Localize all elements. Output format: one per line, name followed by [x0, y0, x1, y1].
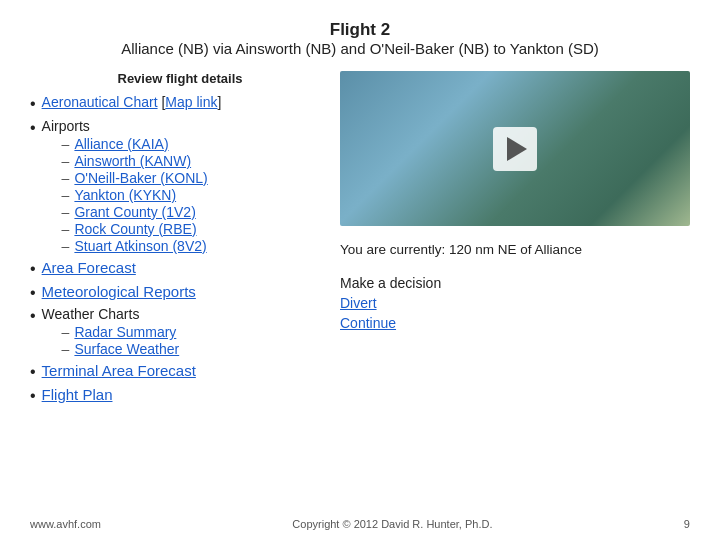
- list-item-met-reports: • Meteorological Reports: [30, 283, 330, 304]
- list-item-area-forecast: • Area Forecast: [30, 259, 330, 280]
- map-link-close: ]: [217, 94, 221, 110]
- alliance-link[interactable]: Alliance (KAIA): [74, 136, 168, 152]
- surface-weather-link[interactable]: Surface Weather: [74, 341, 179, 357]
- weather-charts-sublist: –Radar Summary –Surface Weather: [62, 324, 180, 357]
- content-area: Review flight details • Aeronautical Cha…: [30, 71, 690, 506]
- airport-item: –Stuart Atkinson (8V2): [62, 238, 208, 254]
- page-title: Flight 2: [30, 20, 690, 40]
- left-column: Review flight details • Aeronautical Cha…: [30, 71, 330, 506]
- airports-label: Airports: [42, 118, 90, 134]
- decision-label: Make a decision: [340, 275, 690, 291]
- footer-page-number: 9: [684, 518, 690, 530]
- bullet-icon: •: [30, 362, 36, 383]
- aeronautical-chart-link[interactable]: Aeronautical Chart: [42, 94, 158, 110]
- bullet-icon: •: [30, 259, 36, 280]
- footer-copyright: Copyright © 2012 David R. Hunter, Ph.D.: [292, 518, 492, 530]
- radar-summary-link[interactable]: Radar Summary: [74, 324, 176, 340]
- dash-icon: –: [62, 238, 70, 254]
- area-forecast-link[interactable]: Area Forecast: [42, 259, 136, 276]
- bullet-icon: •: [30, 386, 36, 407]
- ainsworth-link[interactable]: Ainsworth (KANW): [74, 153, 191, 169]
- page: Flight 2 Alliance (NB) via Ainsworth (NB…: [0, 0, 720, 540]
- map-link[interactable]: Map link: [165, 94, 217, 110]
- dash-icon: –: [62, 341, 70, 357]
- met-reports-link[interactable]: Meteorological Reports: [42, 283, 196, 300]
- dash-icon: –: [62, 187, 70, 203]
- location-text: You are currently: 120 nm NE of Alliance: [340, 242, 690, 257]
- bullet-icon: •: [30, 283, 36, 304]
- play-button[interactable]: [493, 127, 537, 171]
- dash-icon: –: [62, 136, 70, 152]
- play-icon: [507, 137, 527, 161]
- airport-item: –Yankton (KYKN): [62, 187, 208, 203]
- terminal-forecast-link[interactable]: Terminal Area Forecast: [42, 362, 196, 379]
- grant-link[interactable]: Grant County (1V2): [74, 204, 195, 220]
- airports-sublist: –Alliance (KAIA) –Ainsworth (KANW) –O'Ne…: [62, 136, 208, 254]
- list-item: • Aeronautical Chart [Map link]: [30, 94, 330, 115]
- list-item-flight-plan: • Flight Plan: [30, 386, 330, 407]
- list-item-weather-charts: • Weather Charts –Radar Summary –Surface…: [30, 306, 330, 359]
- airport-item: –Grant County (1V2): [62, 204, 208, 220]
- dash-icon: –: [62, 324, 70, 340]
- airport-item: –Alliance (KAIA): [62, 136, 208, 152]
- bullet-icon: •: [30, 94, 36, 115]
- list-item-airports: • Airports –Alliance (KAIA) –Ainsworth (…: [30, 118, 330, 256]
- bullet-icon: •: [30, 118, 36, 139]
- oneill-link[interactable]: O'Neill-Baker (KONL): [74, 170, 207, 186]
- header: Flight 2 Alliance (NB) via Ainsworth (NB…: [30, 20, 690, 57]
- flight-plan-link[interactable]: Flight Plan: [42, 386, 113, 403]
- footer-url: www.avhf.com: [30, 518, 101, 530]
- continue-link[interactable]: Continue: [340, 315, 690, 331]
- dash-icon: –: [62, 153, 70, 169]
- weather-charts-label: Weather Charts: [42, 306, 140, 322]
- review-title: Review flight details: [30, 71, 330, 86]
- right-column: You are currently: 120 nm NE of Alliance…: [340, 71, 690, 506]
- list-item-terminal: • Terminal Area Forecast: [30, 362, 330, 383]
- stuart-link[interactable]: Stuart Atkinson (8V2): [74, 238, 206, 254]
- rock-link[interactable]: Rock County (RBE): [74, 221, 196, 237]
- airport-item: –Rock County (RBE): [62, 221, 208, 237]
- weather-chart-item: –Surface Weather: [62, 341, 180, 357]
- weather-chart-item: –Radar Summary: [62, 324, 180, 340]
- video-thumbnail[interactable]: [340, 71, 690, 226]
- page-subtitle: Alliance (NB) via Ainsworth (NB) and O'N…: [30, 40, 690, 57]
- yankton-link[interactable]: Yankton (KYKN): [74, 187, 176, 203]
- nav-list: • Aeronautical Chart [Map link] • Airpor…: [30, 94, 330, 410]
- dash-icon: –: [62, 221, 70, 237]
- airport-item: –O'Neill-Baker (KONL): [62, 170, 208, 186]
- bullet-icon: •: [30, 306, 36, 327]
- airport-item: –Ainsworth (KANW): [62, 153, 208, 169]
- decision-area: Make a decision Divert Continue: [340, 275, 690, 331]
- footer: www.avhf.com Copyright © 2012 David R. H…: [30, 514, 690, 530]
- divert-link[interactable]: Divert: [340, 295, 690, 311]
- dash-icon: –: [62, 204, 70, 220]
- dash-icon: –: [62, 170, 70, 186]
